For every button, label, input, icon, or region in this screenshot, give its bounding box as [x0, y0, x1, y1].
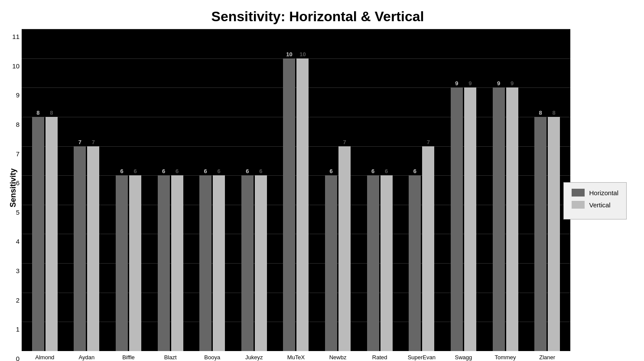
player-group: 99: [485, 29, 527, 351]
bar-value-horizontal: 10: [286, 51, 292, 58]
bar-value-horizontal: 6: [413, 168, 416, 174]
bar-horizontal: [534, 117, 546, 351]
bar-horizontal: [283, 58, 295, 351]
bar-value-horizontal: 9: [497, 80, 500, 87]
player-group: 66: [191, 29, 233, 351]
bar-horizontal: [493, 87, 505, 351]
bar-value-vertical: 9: [511, 80, 514, 87]
bar-value-vertical: 8: [552, 110, 555, 116]
legend-item: Vertical: [572, 201, 618, 209]
bar-value-vertical: 6: [259, 168, 262, 174]
player-group: 1010: [275, 29, 317, 351]
x-label: Rated: [359, 354, 401, 361]
y-axis-label: Sensitivity: [6, 168, 21, 207]
bar-value-vertical: 6: [176, 168, 179, 174]
bar-value-vertical: 6: [133, 168, 137, 174]
bar-value-horizontal: 6: [204, 168, 207, 174]
x-label: SuperEvan: [400, 354, 442, 361]
bar-vertical: [381, 175, 393, 351]
bar-value-horizontal: 8: [36, 110, 39, 116]
bar-value-horizontal: 6: [329, 168, 332, 174]
bar-horizontal: [158, 175, 170, 351]
bar-value-vertical: 9: [468, 80, 472, 87]
legend-label: Horizontal: [589, 189, 618, 197]
legend: HorizontalVertical: [563, 182, 627, 219]
x-label: Almond: [24, 354, 66, 361]
bar-vertical: [129, 175, 141, 351]
chart-container: Sensitivity: Horizontal & Vertical Sensi…: [0, 0, 644, 361]
bar-vertical: [506, 87, 518, 351]
bar-value-vertical: 6: [385, 168, 388, 174]
bar-vertical: [171, 175, 183, 351]
bar-horizontal: [325, 175, 337, 351]
player-group: 67: [400, 29, 442, 351]
player-group: 66: [107, 29, 150, 351]
bar-value-horizontal: 6: [246, 168, 249, 174]
bar-value-horizontal: 8: [539, 110, 542, 116]
bar-horizontal: [409, 175, 421, 351]
x-label: Booya: [191, 354, 233, 361]
x-label: Biffle: [107, 354, 150, 361]
bar-value-horizontal: 7: [78, 139, 81, 145]
player-group: 88: [526, 29, 568, 351]
bar-horizontal: [367, 175, 379, 351]
bar-value-horizontal: 6: [120, 168, 123, 174]
player-group: 66: [233, 29, 275, 351]
chart-title: Sensitivity: Horizontal & Vertical: [4, 9, 631, 25]
bar-value-horizontal: 9: [455, 80, 458, 87]
bar-vertical: [422, 146, 434, 351]
bar-value-vertical: 10: [299, 51, 306, 58]
x-label: Jukeyz: [233, 354, 275, 361]
player-group: 99: [442, 29, 485, 351]
x-label: Aydan: [66, 354, 108, 361]
bar-value-vertical: 7: [92, 139, 95, 145]
x-label: Blazt: [150, 354, 192, 361]
bar-horizontal: [116, 175, 128, 351]
bar-horizontal: [74, 146, 86, 351]
bar-value-horizontal: 6: [162, 168, 165, 174]
bar-value-vertical: 8: [50, 110, 53, 116]
bar-vertical: [464, 87, 476, 351]
legend-color: [572, 201, 585, 209]
player-group: 88: [24, 29, 66, 351]
bar-value-vertical: 6: [218, 168, 221, 174]
player-group: 77: [66, 29, 108, 351]
x-label: MuTeX: [275, 354, 317, 361]
bar-vertical: [255, 175, 267, 351]
bar-value-horizontal: 6: [371, 168, 374, 174]
legend-label: Vertical: [589, 201, 610, 209]
bar-horizontal: [241, 175, 254, 351]
bar-value-vertical: 7: [427, 139, 430, 145]
bar-vertical: [548, 117, 560, 351]
player-group: 66: [150, 29, 192, 351]
legend-item: Horizontal: [572, 189, 618, 197]
bar-horizontal: [451, 87, 463, 351]
bar-value-vertical: 7: [343, 139, 346, 145]
bar-vertical: [338, 146, 351, 351]
x-label: Newbz: [317, 354, 359, 361]
bar-vertical: [296, 58, 309, 351]
bar-vertical: [213, 175, 225, 351]
player-group: 66: [359, 29, 401, 351]
player-group: 67: [317, 29, 359, 351]
bar-vertical: [87, 146, 99, 351]
bar-vertical: [46, 117, 58, 351]
legend-color: [572, 189, 585, 197]
x-label: Swagg: [442, 354, 485, 361]
bar-horizontal: [32, 117, 44, 351]
x-label: Tommey: [485, 354, 527, 361]
bar-horizontal: [199, 175, 211, 351]
x-label: Zlaner: [526, 354, 568, 361]
